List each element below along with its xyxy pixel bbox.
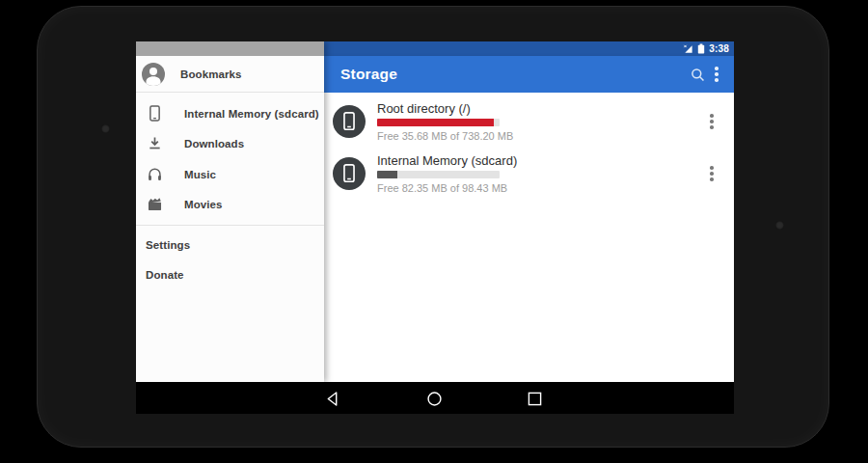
storage-row-sdcard[interactable]: Internal Memory (sdcard) Free 82.35 MB o… [324,149,734,198]
search-icon [690,67,706,83]
storage-usage-fill [377,171,397,178]
avatar [142,63,165,86]
headphones-icon [146,166,163,183]
battery-icon [697,43,705,54]
storage-row-text: Root directory (/) Free 35.68 MB of 738.… [377,101,703,142]
drawer-item-label: Internal Memory (sdcard) [184,108,319,120]
storage-usage-bar [377,119,500,126]
drawer-item-settings[interactable]: Settings [136,230,324,260]
status-clock: 3:38 [709,44,729,54]
drawer-item-label: Settings [146,239,190,251]
row-overflow-menu-button[interactable] [703,160,720,187]
status-bar: 3:38 [324,41,734,56]
storage-name: Internal Memory (sdcard) [377,153,703,168]
drawer-header-label: Bookmarks [180,68,242,80]
storage-name: Root directory (/) [377,101,703,116]
drawer-item-label: Donate [146,269,184,281]
appbar-overflow-menu-button[interactable] [708,61,725,88]
drawer-item-movies[interactable]: Movies [136,190,324,221]
storage-row-text: Internal Memory (sdcard) Free 82.35 MB o… [377,153,703,194]
tablet-device-frame: 3:38 Storage [37,6,829,448]
android-nav-bar [136,382,734,414]
row-overflow-menu-button[interactable] [703,108,720,135]
drawer-status-strip [136,41,324,56]
front-camera-dot [101,124,110,133]
storage-free-label: Free 82.35 MB of 98.43 MB [377,182,703,194]
recents-icon [528,392,542,406]
home-icon [426,391,443,407]
navigation-drawer: Bookmarks Internal Memory (sdcard) [136,41,324,382]
signal-icon [683,43,693,54]
storage-row-root[interactable]: Root directory (/) Free 35.68 MB of 738.… [324,96,734,146]
storage-usage-fill [377,119,494,126]
drawer-items: Internal Memory (sdcard) Downloads [136,93,324,220]
phone-icon [340,111,358,132]
scene: 3:38 Storage [0,0,868,463]
recents-button[interactable] [524,388,545,409]
drawer-item-internal-memory[interactable]: Internal Memory (sdcard) [136,98,324,129]
drawer-divider [136,225,324,226]
tablet-screen: 3:38 Storage [136,41,734,414]
app-bar: Storage [324,56,734,93]
drawer-item-label: Downloads [184,138,244,150]
movies-icon [146,196,163,213]
storage-free-label: Free 35.68 MB of 738.20 MB [377,130,703,142]
drawer-item-music[interactable]: Music [136,159,324,190]
device-disc-icon [333,157,366,190]
storage-list: Root directory (/) Free 35.68 MB of 738.… [324,93,734,382]
drawer-item-donate[interactable]: Donate [136,260,324,291]
drawer-item-label: Movies [184,199,223,210]
home-button[interactable] [423,388,445,409]
device-disc-icon [333,105,366,138]
back-button[interactable] [321,388,342,409]
phone-icon [340,163,358,184]
download-icon [146,135,163,152]
phone-icon [146,105,163,123]
storage-usage-bar [377,171,500,178]
page-title: Storage [340,66,687,83]
front-camera-dot [775,221,784,230]
drawer-header-bookmarks[interactable]: Bookmarks [136,56,324,93]
search-button[interactable] [687,64,708,85]
drawer-item-label: Music [184,169,216,180]
back-icon [325,391,339,407]
drawer-item-downloads[interactable]: Downloads [136,129,324,160]
person-icon [142,63,165,86]
